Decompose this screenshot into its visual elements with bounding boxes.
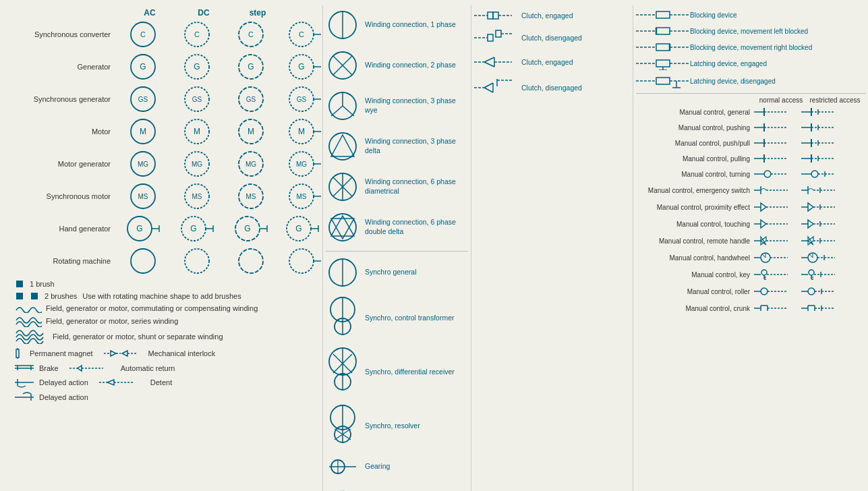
machine-symbol-dc: MS bbox=[170, 182, 224, 210]
brake-item: Brake bbox=[15, 364, 59, 373]
machine-row-hand-gen: Hand generator G G bbox=[8, 214, 320, 243]
machine-row-motor: Motor M M M M bbox=[8, 117, 320, 146]
svg-rect-78 bbox=[16, 349, 19, 357]
machine-label: Rotating machine bbox=[8, 257, 116, 265]
svg-text:G: G bbox=[140, 62, 146, 71]
detent-icon bbox=[99, 376, 146, 388]
blocking-device-label: Blocking device bbox=[690, 11, 736, 19]
machine-symbol-step: GS bbox=[224, 85, 278, 113]
svg-point-208 bbox=[764, 171, 771, 177]
converter-step-sym: C bbox=[237, 20, 265, 49]
winding-2-icon bbox=[15, 315, 42, 327]
machine-symbol-ac: G bbox=[116, 214, 170, 243]
svg-text:G: G bbox=[295, 224, 301, 233]
machine-symbol-dc: GS bbox=[170, 85, 224, 113]
manual-turning-restricted-icon bbox=[801, 167, 842, 181]
converter-4-sym: C bbox=[287, 20, 322, 49]
winding-3-row: Field, generator or motor, shunt or sepa… bbox=[15, 329, 320, 344]
manual-pushpull-restricted-icon bbox=[801, 136, 842, 150]
perm-magnet-label: Permanent magnet bbox=[30, 349, 93, 357]
blocking-devices-section: Blocking device Blocking device, movemen… bbox=[636, 8, 866, 89]
legend-row-1: Permanent magnet Mechanical interlock bbox=[15, 347, 320, 360]
motor-ac-sym: M bbox=[129, 117, 157, 146]
svg-text:G: G bbox=[194, 62, 200, 71]
machine-symbol-dc: M bbox=[170, 117, 224, 146]
motgen-step-sym: MG bbox=[237, 150, 265, 178]
machine-label: Synchronous generator bbox=[8, 95, 116, 103]
svg-marker-82 bbox=[111, 351, 116, 356]
mech-interlock-label: Mechanical interlock bbox=[148, 349, 216, 357]
machine-symbol-ac: MS bbox=[116, 182, 170, 210]
winding-6diam-icon bbox=[326, 170, 359, 204]
svg-rect-159 bbox=[656, 11, 670, 18]
converter-dc-sym: C bbox=[183, 20, 211, 49]
synmot-4-sym: MS bbox=[287, 182, 322, 210]
manual-key-restricted-icon bbox=[801, 267, 842, 282]
brush-1-icon bbox=[15, 279, 24, 289]
motor-dc-sym: M bbox=[183, 117, 211, 146]
converter-ac-sym: C bbox=[129, 20, 157, 49]
divider-2 bbox=[636, 93, 866, 94]
manual-remote: Manual control, remote handle bbox=[636, 233, 866, 248]
detent-label: Detent bbox=[150, 378, 172, 386]
synmot-ac-sym: MS bbox=[129, 182, 157, 210]
manual-header: normal access restricted access bbox=[636, 96, 866, 104]
svg-text:GS: GS bbox=[192, 96, 202, 103]
synmot-dc-sym: MS bbox=[183, 182, 211, 210]
machine-symbol-step: MG bbox=[224, 150, 278, 178]
manual-touching-label: Manual control, touching bbox=[636, 221, 754, 228]
machine-symbol-dc: C bbox=[170, 20, 224, 49]
restricted-access-label: restricted access bbox=[808, 96, 862, 104]
winding-connections-section: Winding connection, 1 phase Winding conn… bbox=[322, 5, 471, 491]
handgen-ac-sym: G bbox=[125, 214, 161, 243]
svg-rect-170 bbox=[656, 60, 670, 67]
synchro-diff-rcvr-icon bbox=[326, 347, 359, 397]
synchro-resolver-label: Synchro, resolver bbox=[365, 422, 420, 431]
brush-2-row: 2 brushes Use with rotating machine shap… bbox=[15, 291, 320, 301]
handgen-dc-sym: G bbox=[179, 214, 214, 243]
winding-3-icon bbox=[15, 329, 49, 344]
manual-touching: Manual control, touching bbox=[636, 216, 866, 231]
machine-row-converter: Synchronous converter C C C C bbox=[8, 20, 320, 49]
manual-key-label: Manual control, key bbox=[636, 271, 754, 279]
svg-text:G: G bbox=[190, 224, 196, 233]
svg-text:G: G bbox=[136, 224, 142, 233]
machine-symbol-step: G bbox=[224, 214, 278, 243]
winding-2phase-label: Winding connection, 2 phase bbox=[365, 61, 456, 70]
legend-row-3: Delayed action Detent bbox=[15, 376, 320, 388]
svg-point-73 bbox=[289, 249, 314, 273]
clutch-section: Clutch, engaged Clutch, disengaged bbox=[471, 5, 633, 491]
manual-general: Manual control, general bbox=[636, 105, 866, 119]
blocking-device-icon bbox=[636, 8, 690, 22]
svg-text:MS: MS bbox=[297, 193, 307, 200]
manual-pushing-restricted-icon bbox=[801, 121, 842, 134]
clutch-disengaged-2-icon bbox=[474, 77, 521, 98]
manual-emergency-label: Manual control, emergency switch bbox=[636, 187, 754, 194]
manual-pulling-normal-icon bbox=[754, 152, 794, 165]
manual-key: Manual control, key bbox=[636, 267, 866, 282]
manual-touching-restricted-icon bbox=[801, 216, 842, 231]
manual-proximity-normal-icon bbox=[754, 200, 794, 214]
svg-marker-223 bbox=[808, 203, 813, 211]
svg-text:C: C bbox=[194, 30, 200, 38]
mech-interlock-icon bbox=[104, 348, 144, 359]
manual-turning-normal-icon bbox=[754, 167, 794, 181]
clutch-disengaged-2-label: Clutch, disengaged bbox=[521, 84, 582, 92]
machine-symbol-ac: C bbox=[116, 20, 170, 49]
manual-general-normal-icon bbox=[754, 105, 794, 119]
blocking-right-icon bbox=[636, 40, 690, 54]
motgen-dc-sym: MG bbox=[183, 150, 211, 178]
clutch-engaged-1-label: Clutch, engaged bbox=[521, 11, 573, 20]
synchro-ctrl-xfmr: Synchro, control transformer bbox=[326, 296, 468, 340]
svg-text:GS: GS bbox=[138, 96, 148, 103]
manual-handwheel-label: Manual control, handwheel bbox=[636, 254, 754, 262]
svg-marker-91 bbox=[78, 366, 82, 371]
manual-crunk-restricted-icon bbox=[801, 301, 842, 316]
svg-text:MS: MS bbox=[192, 193, 202, 200]
machine-label: Synchronous converter bbox=[8, 30, 116, 38]
manual-crunk-normal-icon bbox=[754, 301, 794, 316]
svg-line-242 bbox=[761, 254, 765, 258]
machine-symbol-ac: GS bbox=[116, 85, 170, 113]
detent-item: Detent bbox=[99, 376, 172, 388]
manual-turning: Manual control, turning bbox=[636, 167, 866, 181]
